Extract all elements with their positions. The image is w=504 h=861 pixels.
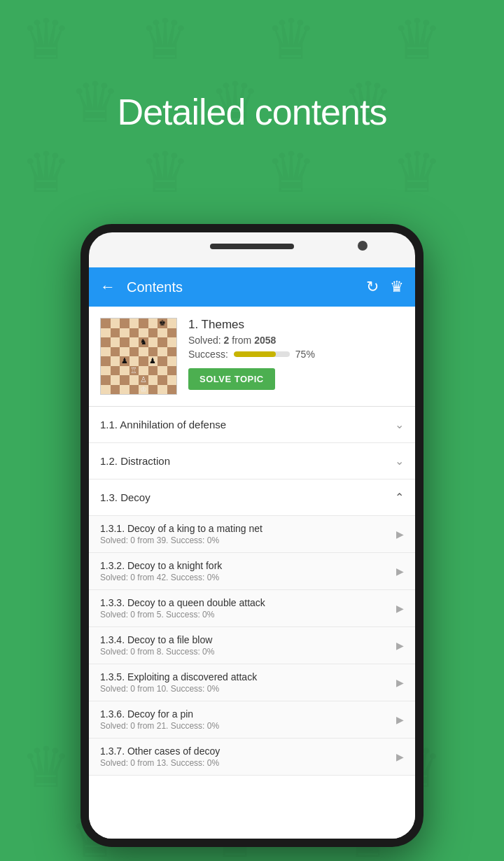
topic-info: 1. Themes Solved: 2 from 2058 Success: 7…: [188, 318, 404, 390]
cell: [148, 328, 158, 338]
cell: [148, 385, 158, 395]
cell: [111, 318, 120, 328]
sub-item-1-3-6[interactable]: 1.3.6. Decoy for a pin Solved: 0 from 21…: [89, 701, 415, 738]
cell: [167, 385, 177, 395]
sub-item-1-3-3-content: 1.3.3. Decoy to a queen double attack So…: [100, 597, 396, 620]
sub-item-1-3-5-content: 1.3.5. Exploiting a discovered attack So…: [100, 671, 396, 694]
cell: [139, 318, 148, 328]
sub-item-1-3-2[interactable]: 1.3.2. Decoy to a knight fork Solved: 0 …: [89, 553, 415, 590]
phone-screen: ← Contents ↻ ♛ ♚: [89, 232, 415, 839]
solved-total: 2058: [254, 335, 276, 346]
sub-item-1-3-7-arrow: ▶: [396, 751, 404, 762]
sub-item-1-3-3[interactable]: 1.3.3. Decoy to a queen double attack So…: [89, 590, 415, 627]
cell: [120, 337, 130, 347]
cell: [101, 385, 111, 395]
sub-item-1-3-4[interactable]: 1.3.4. Decoy to a file blow Solved: 0 fr…: [89, 627, 415, 664]
cell: ♞: [139, 337, 148, 347]
crown-bg-11: ♛: [392, 140, 442, 205]
sub-item-1-3-1-title: 1.3.1. Decoy of a king to a mating net: [100, 523, 396, 534]
butterfly-icon[interactable]: ♛: [390, 278, 404, 296]
sub-item-1-3-2-meta: Solved: 0 from 42. Success: 0%: [100, 573, 396, 582]
phone-camera: [358, 241, 368, 251]
cell: [130, 318, 139, 328]
cell: [120, 347, 130, 357]
cell: [158, 337, 167, 347]
sub-item-1-3-6-content: 1.3.6. Decoy for a pin Solved: 0 from 21…: [100, 708, 396, 731]
cell: [148, 375, 158, 385]
sub-item-1-3-2-content: 1.3.2. Decoy to a knight fork Solved: 0 …: [100, 560, 396, 582]
cell: ♖: [130, 366, 139, 376]
solved-from-label: from: [232, 335, 251, 346]
cell: ♚: [158, 318, 167, 328]
cell: [130, 385, 139, 395]
cell: [167, 375, 177, 385]
success-label: Success:: [188, 349, 228, 360]
cell: ♙: [139, 375, 148, 385]
cell: [101, 375, 111, 385]
sub-item-1-3-1[interactable]: 1.3.1. Decoy of a king to a mating net S…: [89, 516, 415, 553]
crown-bg-10: ♛: [266, 140, 316, 205]
cell: [167, 366, 177, 376]
section-1-2-chevron: ⌄: [395, 454, 404, 468]
app-bar: ← Contents ↻ ♛: [89, 267, 415, 307]
sub-item-1-3-1-content: 1.3.1. Decoy of a king to a mating net S…: [100, 523, 396, 545]
back-button[interactable]: ←: [100, 278, 115, 296]
chess-board-thumbnail: ♚ ♞: [100, 318, 177, 395]
cell: [120, 375, 130, 385]
topic-header: ♚ ♞: [89, 307, 415, 407]
cell: [111, 366, 120, 376]
crown-bg-4: ♛: [392, 7, 442, 72]
app-bar-title: Contents: [127, 279, 366, 295]
cell: [101, 366, 111, 376]
crown-bg-2: ♛: [140, 7, 190, 72]
cell: [111, 385, 120, 395]
cell: [111, 328, 120, 338]
cell: [158, 385, 167, 395]
section-1-3-label: 1.3. Decoy: [100, 491, 395, 503]
crown-bg-1: ♛: [21, 7, 71, 72]
cell: [111, 347, 120, 357]
section-1-3-chevron: ⌃: [395, 491, 404, 504]
sub-item-1-3-1-meta: Solved: 0 from 39. Success: 0%: [100, 536, 396, 545]
crown-bg-9: ♛: [140, 140, 190, 205]
refresh-icon[interactable]: ↻: [366, 278, 379, 296]
sub-item-1-3-6-meta: Solved: 0 from 21. Success: 0%: [100, 721, 396, 731]
cell: [130, 375, 139, 385]
sub-item-1-3-1-arrow: ▶: [396, 528, 404, 540]
cell: [111, 337, 120, 347]
cell: [158, 356, 167, 366]
cell: [148, 318, 158, 328]
progress-fill: [234, 351, 276, 357]
sub-item-1-3-4-meta: Solved: 0 from 8. Success: 0%: [100, 647, 396, 657]
section-1-1[interactable]: 1.1. Annihilation of defense ⌄: [89, 407, 415, 443]
section-1-3[interactable]: 1.3. Decoy ⌃: [89, 479, 415, 516]
cell: [158, 366, 167, 376]
progress-bar: [234, 351, 290, 357]
sub-item-1-3-7-content: 1.3.7. Other cases of decoy Solved: 0 fr…: [100, 746, 396, 768]
crown-bg-12: ♛: [21, 735, 71, 800]
sub-item-1-3-7[interactable]: 1.3.7. Other cases of decoy Solved: 0 fr…: [89, 738, 415, 776]
sub-item-1-3-5[interactable]: 1.3.5. Exploiting a discovered attack So…: [89, 664, 415, 701]
cell: [130, 337, 139, 347]
success-pct: 75%: [295, 349, 315, 360]
cell: [120, 366, 130, 376]
sub-item-1-3-3-title: 1.3.3. Decoy to a queen double attack: [100, 597, 396, 608]
sub-item-1-3-7-title: 1.3.7. Other cases of decoy: [100, 746, 396, 757]
cell: [130, 328, 139, 338]
topic-title: 1. Themes: [188, 318, 404, 332]
cell: [158, 375, 167, 385]
sub-item-1-3-3-arrow: ▶: [396, 603, 404, 614]
cell: [148, 337, 158, 347]
cell: [101, 356, 111, 366]
cell: [101, 347, 111, 357]
cell: [139, 356, 148, 366]
section-1-2-label: 1.2. Distraction: [100, 455, 395, 467]
sub-item-1-3-4-arrow: ▶: [396, 640, 404, 651]
section-1-2[interactable]: 1.2. Distraction ⌄: [89, 443, 415, 479]
solve-topic-button[interactable]: SOLVE TOPIC: [188, 368, 275, 390]
app-bar-actions: ↻ ♛: [366, 278, 404, 296]
cell: [130, 356, 139, 366]
topic-success-row: Success: 75%: [188, 349, 404, 360]
cell: [111, 375, 120, 385]
sub-item-1-3-3-meta: Solved: 0 from 5. Success: 0%: [100, 610, 396, 620]
